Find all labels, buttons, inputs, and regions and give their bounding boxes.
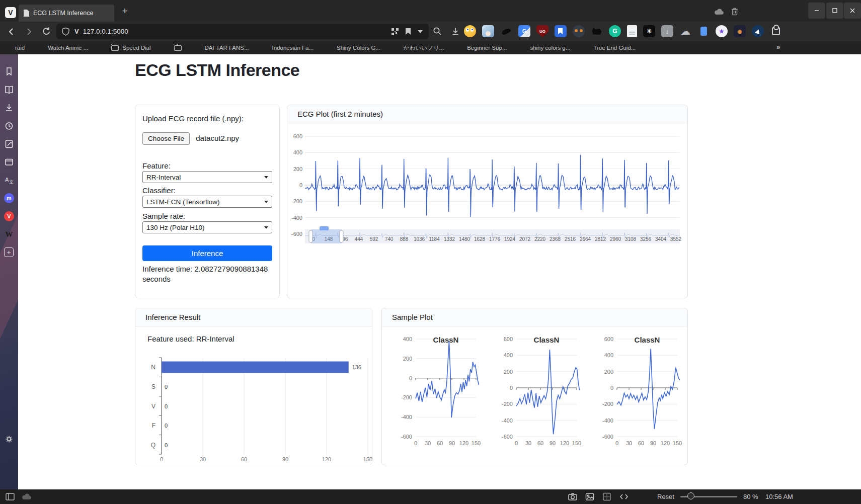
reading-list-panel-icon[interactable]	[4, 85, 14, 95]
url-text[interactable]: 127.0.0.1:5000	[83, 28, 128, 35]
sync-cloud-icon[interactable]	[714, 8, 726, 16]
svg-text:2072: 2072	[519, 236, 531, 242]
close-button[interactable]	[844, 3, 861, 19]
mastodon-panel-icon[interactable]: m	[4, 193, 14, 203]
notes-panel-icon[interactable]	[4, 139, 14, 149]
goggles-icon[interactable]	[573, 25, 585, 37]
address-bar[interactable]: V 127.0.0.1:5000	[56, 24, 429, 39]
rabbit-icon[interactable]	[500, 25, 512, 37]
page-actions-image-icon[interactable]	[585, 492, 595, 501]
bookmark-item[interactable]: Speed Dial	[111, 45, 150, 51]
sparkles-icon[interactable]: ★	[716, 25, 728, 37]
bookmarks-overflow-button[interactable]: »	[776, 43, 780, 51]
emoji-face-icon[interactable]	[464, 25, 476, 37]
bookmarks-bar: raidWatch Anime ...Speed DialDAFTAR FANS…	[0, 41, 861, 54]
code-icon[interactable]	[619, 492, 629, 501]
chevron-down-icon[interactable]	[418, 30, 423, 33]
svg-text:592: 592	[370, 236, 378, 242]
capture-page-icon[interactable]	[568, 492, 578, 501]
search-icon[interactable]	[433, 27, 442, 37]
ublock-icon[interactable]: UO	[536, 25, 549, 37]
bookmark-item[interactable]: Shiny Colors G...	[337, 45, 380, 51]
bookmark-item[interactable]: かわいいフリ...	[404, 44, 444, 52]
back-button[interactable]	[7, 27, 16, 37]
svg-text:-200: -200	[502, 401, 513, 407]
zoom-slider[interactable]	[680, 496, 737, 497]
svg-text:2812: 2812	[595, 236, 606, 242]
page-icon[interactable]	[627, 25, 637, 37]
shield-icon[interactable]	[61, 27, 70, 36]
bookmark-item[interactable]: Watch Anime ...	[48, 45, 88, 51]
classifier-select[interactable]: LSTM-FCN (Tensorflow)	[142, 196, 272, 208]
bookmark-item[interactable]: raid	[15, 45, 25, 51]
choose-file-button[interactable]: Choose File	[142, 132, 190, 145]
svg-text:-600: -600	[291, 231, 302, 237]
bookmark-item[interactable]: shiny colors g...	[530, 45, 570, 51]
sample-rate-value: 130 Hz (Polar H10)	[146, 224, 205, 231]
title-bar: V ECG LSTM Inference +	[0, 0, 861, 22]
feature-select[interactable]: RR-Interval	[142, 171, 272, 183]
tabs-icon[interactable]: ◉	[734, 25, 746, 37]
grammarly-icon[interactable]: G	[609, 25, 621, 37]
translate-panel-icon[interactable]: A 文	[4, 175, 14, 185]
range-selection-chip	[320, 226, 329, 230]
bookmark-item[interactable]: Indonesian Fa...	[272, 45, 314, 51]
svg-text:N: N	[151, 364, 155, 371]
history-panel-icon[interactable]	[4, 121, 14, 131]
cat-icon[interactable]	[591, 25, 603, 37]
new-tab-button[interactable]: +	[119, 5, 131, 17]
bookmark-page-icon[interactable]	[406, 28, 411, 35]
trash-icon[interactable]	[730, 7, 739, 16]
tiling-grid-icon[interactable]	[602, 492, 612, 501]
svg-text:120: 120	[322, 456, 331, 462]
aria2-icon[interactable]: ☁	[679, 25, 691, 37]
panel-toggle-icon[interactable]	[5, 492, 15, 501]
reload-button[interactable]	[41, 27, 51, 37]
minimize-button[interactable]	[808, 3, 825, 19]
forward-button[interactable]	[24, 27, 33, 37]
zoom-reset-button[interactable]: Reset	[657, 493, 674, 500]
svg-text:0: 0	[515, 440, 518, 446]
rosette-icon[interactable]: ✳	[643, 25, 655, 37]
puzzle-icon[interactable]	[770, 25, 782, 37]
shark-icon[interactable]	[752, 25, 764, 37]
bookmarks-panel-icon[interactable]	[4, 66, 14, 76]
settings-gear-icon[interactable]	[4, 434, 14, 444]
inference-button[interactable]: Inference	[142, 245, 272, 261]
zoom-percentage: 80 %	[743, 493, 758, 500]
twp-icon[interactable]	[555, 25, 567, 37]
break-mode-cloud-icon[interactable]	[21, 492, 33, 501]
svg-text:1924: 1924	[504, 236, 516, 242]
bookmark-item[interactable]: True End Guid...	[593, 45, 636, 51]
svg-text:200: 200	[504, 369, 513, 375]
maximize-button[interactable]	[826, 3, 843, 19]
svg-text:0: 0	[160, 456, 163, 462]
wikipedia-panel-icon[interactable]: W	[4, 229, 14, 239]
range-handle-left[interactable]	[309, 230, 312, 242]
zoom-slider-knob[interactable]	[687, 492, 694, 499]
range-handle-right[interactable]	[340, 230, 343, 242]
add-panel-icon[interactable]: +	[4, 247, 14, 257]
save-icon[interactable]: ↓	[661, 25, 673, 37]
browser-tab[interactable]: ECG LSTM Inference	[19, 5, 114, 22]
window-panel-icon[interactable]	[4, 157, 14, 167]
svg-text:90: 90	[550, 440, 556, 446]
vivaldi-panel-icon[interactable]: V	[4, 211, 14, 221]
svg-text:2664: 2664	[580, 236, 591, 242]
range-selection[interactable]	[311, 229, 342, 243]
bookmark-item[interactable]: Beginner Sup...	[467, 45, 507, 51]
translate-icon[interactable]: G	[518, 25, 530, 37]
avatar-icon[interactable]	[482, 25, 494, 37]
downloads-panel-icon[interactable]	[4, 103, 14, 113]
sample-chart-1: 4002000-200-400-6000306090120150ClassN	[401, 335, 481, 446]
qr-code-icon[interactable]	[392, 28, 399, 35]
sample-rate-select[interactable]: 130 Hz (Polar H10)	[142, 221, 272, 233]
downloads-icon[interactable]	[451, 27, 460, 37]
svg-text:-400: -400	[502, 417, 513, 424]
vivaldi-menu-button[interactable]: V	[5, 7, 16, 18]
svg-text:0: 0	[414, 440, 417, 446]
bookmark-item[interactable]: DAFTAR FANS...	[205, 45, 249, 51]
bookmark-item[interactable]	[174, 45, 182, 51]
phone-icon[interactable]	[697, 25, 710, 37]
svg-text:ClassN: ClassN	[635, 335, 660, 344]
